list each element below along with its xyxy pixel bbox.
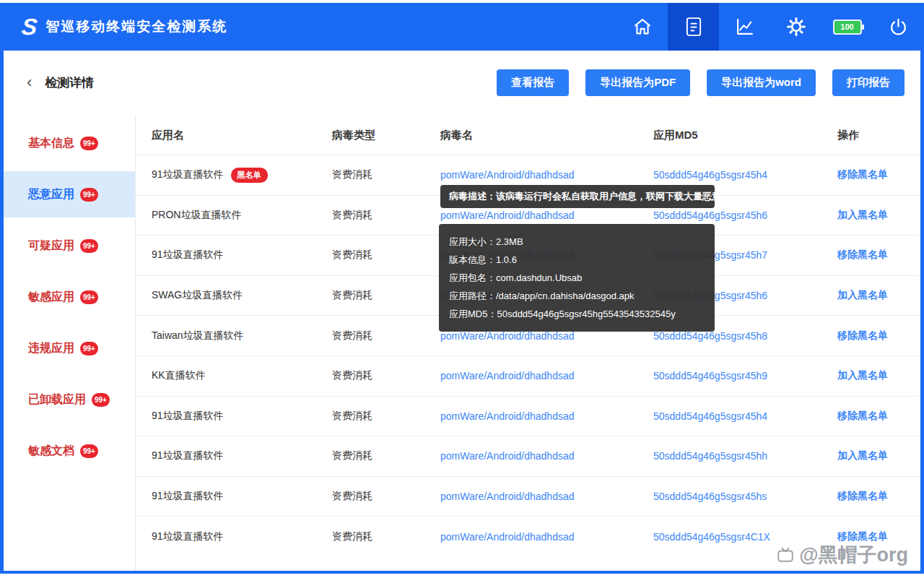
app-name: 91垃圾直播软件: [152, 410, 332, 423]
page-title: 检测详情: [45, 74, 94, 91]
app-name: PRON垃圾直播软件: [152, 209, 332, 222]
sidebar-item-uninstalled-apps[interactable]: 已卸载应用 99+: [4, 376, 135, 423]
md5-link[interactable]: 50sddd54g46g5sgsr45h4: [653, 169, 837, 181]
app-name: SWAG垃圾直播软件: [152, 289, 332, 302]
virus-name-link[interactable]: pomWare/Android/dhadhdsad: [440, 169, 653, 181]
sidebar-item-label: 违规应用: [28, 341, 74, 356]
virus-type: 资费消耗: [332, 530, 440, 543]
sidebar: 基本信息 99+ 恶意应用 99+ 可疑应用 99+ 敏感应用 99+ 违规应用: [4, 116, 136, 571]
report-document-icon[interactable]: [668, 3, 719, 51]
app-name: 91垃圾直播软件: [152, 449, 332, 462]
blacklist-action-link[interactable]: 移除黑名单: [837, 410, 920, 423]
app-name: 91垃圾直播软件: [152, 490, 332, 503]
home-icon[interactable]: [616, 3, 668, 51]
main-area: 基本信息 99+ 恶意应用 99+ 可疑应用 99+ 敏感应用 99+ 违规应用: [4, 116, 920, 571]
virus-name-link[interactable]: pomWare/Android/dhadhdsad: [440, 330, 653, 342]
blacklist-action-link[interactable]: 移除黑名单: [837, 168, 920, 181]
virus-name-link[interactable]: pomWare/Android/dhadhdsad: [440, 531, 653, 543]
app-name: 91垃圾直播软件 黑名单: [152, 168, 332, 183]
virus-type: 资费消耗: [332, 289, 440, 302]
column-virus-type: 病毒类型: [332, 129, 440, 142]
battery-level: 100: [833, 20, 862, 35]
chart-icon[interactable]: [719, 3, 770, 51]
column-app-name: 应用名: [152, 129, 332, 142]
sidebar-item-label: 已卸载应用: [28, 392, 86, 407]
virus-name-link[interactable]: pomWare/Android/dhadhdsad: [440, 450, 653, 462]
sidebar-item-sensitive-apps[interactable]: 敏感应用 99+: [4, 274, 135, 320]
watermark-text: @黑帽子org: [799, 542, 908, 568]
count-badge: 99+: [80, 137, 98, 150]
count-badge: 99+: [80, 444, 98, 458]
gear-icon[interactable]: [770, 3, 821, 51]
column-md5: 应用MD5: [653, 129, 837, 142]
sidebar-item-label: 恶意应用: [28, 187, 74, 202]
md5-link[interactable]: 50sddd54g46g5sgsr45h9: [653, 370, 837, 381]
topbar-icons: 100: [616, 3, 924, 51]
watermark-icon: [776, 545, 795, 564]
virus-type: 资费消耗: [332, 249, 440, 262]
sidebar-item-label: 敏感文档: [28, 444, 74, 459]
table-row: 91垃圾直播软件 资费消耗 pomWare/Android/dhadhdsad …: [136, 436, 920, 476]
detail-header: ‹ 检测详情 查看报告 导出报告为PDF 导出报告为word 打印报告: [4, 68, 920, 97]
md5-link[interactable]: 50sddd54g46g5sgsr45h4: [653, 410, 837, 422]
app-name: Taiwan垃圾直播软件: [152, 329, 332, 342]
brand: S 智巡移动终端安全检测系统: [0, 14, 227, 40]
battery-icon: 100: [821, 3, 873, 51]
virus-description-tooltip: 病毒描述：该病毒运行时会私自获取用户信息，联网下载大量恶意应用: [440, 185, 715, 208]
blacklist-action-link[interactable]: 移除黑名单: [837, 530, 920, 543]
count-badge: 99+: [80, 342, 98, 355]
column-virus-name: 病毒名: [440, 129, 653, 142]
md5-link[interactable]: 50sddd54g46g5sgsr45h8: [653, 330, 837, 342]
blacklist-tag: 黑名单: [231, 168, 268, 183]
table-row: 91垃圾直播软件 资费消耗 pomWare/Android/dhadhdsad …: [136, 396, 920, 436]
view-report-button[interactable]: 查看报告: [497, 69, 569, 96]
md5-link[interactable]: 50sddd54g46g5sgsr45hh: [653, 450, 837, 462]
sidebar-item-sensitive-docs[interactable]: 敏感文档 99+: [4, 428, 135, 474]
blacklist-action-link[interactable]: 加入黑名单: [837, 449, 920, 462]
blacklist-action-link[interactable]: 移除黑名单: [837, 490, 920, 503]
app-window: S 智巡移动终端安全检测系统: [0, 3, 924, 574]
app-name: KK直播软件: [152, 369, 332, 382]
virus-type: 资费消耗: [332, 329, 440, 342]
sidebar-item-suspicious-apps[interactable]: 可疑应用 99+: [4, 223, 135, 269]
virus-name-link[interactable]: pomWare/Android/dhadhdsad: [440, 410, 653, 422]
power-icon[interactable]: [873, 3, 924, 51]
md5-link[interactable]: 50sddd54g46g5sgsr45h6: [653, 210, 837, 221]
blacklist-action-link[interactable]: 加入黑名单: [837, 209, 920, 222]
md5-link[interactable]: 50sddd54g46g5sgsr45hs: [653, 491, 837, 502]
export-pdf-button[interactable]: 导出报告为PDF: [585, 69, 690, 96]
app-logo: S: [20, 14, 38, 40]
virus-name-link[interactable]: pomWare/Android/dhadhdsad: [440, 210, 653, 221]
back-icon[interactable]: ‹: [27, 74, 32, 90]
blacklist-action-link[interactable]: 移除黑名单: [837, 249, 920, 262]
blacklist-action-link[interactable]: 加入黑名单: [837, 369, 920, 382]
count-badge: 99+: [92, 393, 110, 407]
export-word-button[interactable]: 导出报告为word: [707, 69, 816, 96]
app-name: 91垃圾直播软件: [152, 249, 332, 262]
virus-name-link[interactable]: pomWare/Android/dhadhdsad: [440, 491, 653, 502]
sidebar-item-label: 基本信息: [28, 136, 74, 151]
sidebar-item-malicious-apps[interactable]: 恶意应用 99+: [4, 171, 135, 217]
virus-name-link[interactable]: pomWare/Android/dhadhdsad: [440, 370, 653, 381]
virus-type: 资费消耗: [332, 209, 440, 222]
watermark: @黑帽子org: [776, 542, 908, 568]
count-badge: 99+: [80, 290, 98, 304]
sidebar-item-violating-apps[interactable]: 违规应用 99+: [4, 325, 135, 371]
count-badge: 99+: [80, 188, 98, 202]
app-version: 版本信息：1.0.6: [449, 251, 705, 269]
app-title: 智巡移动终端安全检测系统: [45, 17, 227, 36]
app-size: 应用大小：2.3MB: [449, 233, 705, 251]
table-row: 91垃圾直播软件 资费消耗 pomWare/Android/dhadhdsad …: [136, 476, 920, 517]
virus-type: 资费消耗: [332, 369, 440, 382]
app-info-tooltip: 应用大小：2.3MB 版本信息：1.0.6 应用包名：com.dashdun.U…: [439, 224, 715, 332]
table-header-row: 应用名 病毒类型 病毒名 应用MD5 操作: [136, 116, 920, 155]
blacklist-action-link[interactable]: 加入黑名单: [837, 289, 920, 302]
virus-type: 资费消耗: [332, 490, 440, 503]
md5-link[interactable]: 50sddd54g46g5sgsr4C1X: [653, 531, 837, 543]
print-report-button[interactable]: 打印报告: [832, 69, 905, 96]
sidebar-item-basic-info[interactable]: 基本信息 99+: [4, 120, 135, 166]
table-row: KK直播软件 资费消耗 pomWare/Android/dhadhdsad 50…: [136, 355, 920, 396]
blacklist-action-link[interactable]: 移除黑名单: [837, 329, 920, 342]
app-path: 应用路径：/data/app/cn.dahisha/dasgod.apk: [449, 287, 705, 305]
sidebar-item-label: 敏感应用: [28, 290, 74, 305]
